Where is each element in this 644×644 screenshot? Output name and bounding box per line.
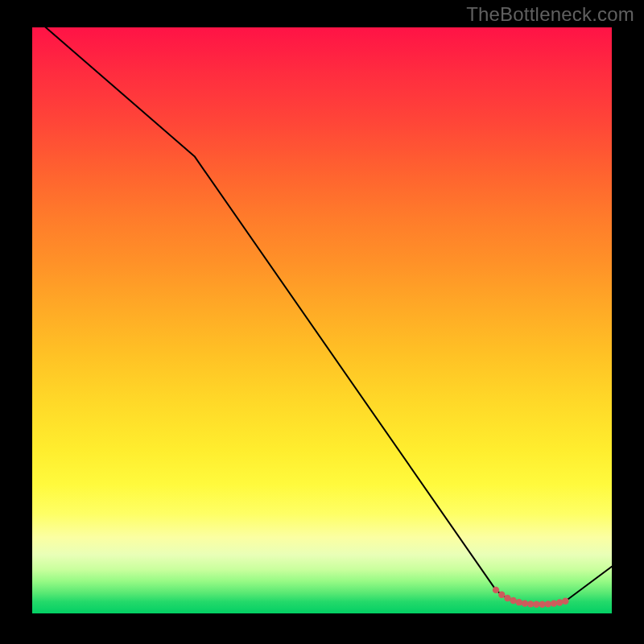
marker-point: [527, 601, 534, 607]
plot-area: [32, 27, 612, 613]
marker-point: [556, 599, 563, 605]
trough-markers: [493, 587, 569, 608]
marker-point: [533, 601, 539, 608]
watermark-text: TheBottleneck.com: [466, 3, 634, 26]
marker-point: [510, 597, 516, 604]
marker-point: [504, 595, 510, 601]
chart-overlay: [32, 27, 612, 613]
curve-line: [32, 27, 612, 605]
marker-point: [562, 598, 568, 605]
marker-point: [545, 601, 551, 607]
marker-point: [539, 601, 545, 608]
chart-frame: TheBottleneck.com: [0, 0, 644, 644]
marker-point: [498, 592, 505, 598]
marker-point: [516, 599, 522, 605]
marker-point: [522, 600, 528, 606]
marker-point: [551, 600, 557, 606]
marker-point: [493, 587, 499, 593]
